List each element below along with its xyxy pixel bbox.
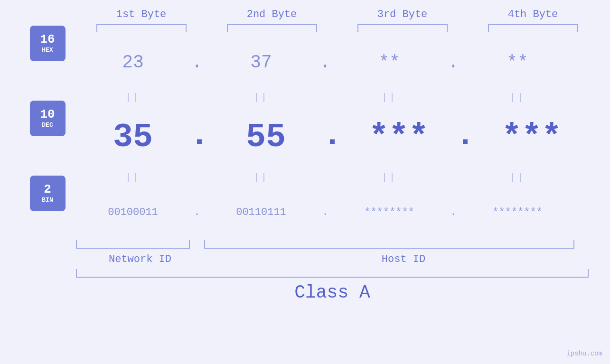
bracket2-line xyxy=(227,24,317,32)
hex-badge-number: 16 xyxy=(40,33,55,46)
bin-b1: 00100011 xyxy=(76,206,190,218)
hex-badge-label: HEX xyxy=(42,47,53,54)
dec-dot1: . xyxy=(190,117,209,158)
bin-dot1: . xyxy=(190,206,204,218)
main-container: 1st Byte 2nd Byte 3rd Byte 4th Byte xyxy=(0,0,610,364)
bracket1 xyxy=(76,22,206,34)
hex-dot3: . xyxy=(446,52,460,73)
byte2-header-col: 2nd Byte xyxy=(206,9,337,20)
bin-b2: 00110111 xyxy=(204,206,318,218)
id-labels: Network ID Host ID xyxy=(76,253,610,265)
equals-1-b4: || xyxy=(460,92,574,103)
byte2-label: 2nd Byte xyxy=(247,9,297,20)
hex-badge-wrapper: 16 HEX xyxy=(30,36,66,88)
bin-data-row: 00100011 . 00110111 . ******** . *******… xyxy=(76,186,610,238)
main-grid: 16 HEX 10 DEC 2 BIN xyxy=(0,36,610,303)
dec-badge-wrapper: 10 DEC xyxy=(30,106,66,168)
bin-badge-label: BIN xyxy=(42,196,53,204)
dec-b3: *** xyxy=(342,119,456,156)
bin-badge: 2 BIN xyxy=(30,176,66,211)
equals-1-b1: || xyxy=(76,92,190,103)
class-bracket xyxy=(76,269,589,278)
equals-2-b4: || xyxy=(460,172,574,183)
host-bracket xyxy=(204,240,574,249)
equals-2-b2: || xyxy=(204,172,318,183)
equals-row-2: || || || || xyxy=(76,168,610,186)
equals-1-b3: || xyxy=(332,92,446,103)
bottom-brackets xyxy=(76,240,610,251)
network-id-label: Network ID xyxy=(109,253,171,265)
bin-badge-wrapper: 2 BIN xyxy=(30,186,66,238)
byte1-header-col: 1st Byte xyxy=(76,9,206,20)
hex-badge: 16 HEX xyxy=(30,26,66,61)
bracket4-line xyxy=(488,24,578,32)
equals-row-1: || || || || xyxy=(76,88,610,106)
host-id-container: Host ID xyxy=(218,253,589,265)
bracket3 xyxy=(337,22,468,34)
host-id-label: Host ID xyxy=(382,253,425,265)
right-data: 23 . 37 . ** . ** || || || || 35 xyxy=(76,36,610,303)
hex-dot1: . xyxy=(190,52,204,73)
class-bracket-row xyxy=(76,269,610,280)
bin-dot2: . xyxy=(318,206,332,218)
bracket4 xyxy=(468,22,598,34)
hex-b1: 23 xyxy=(76,52,190,73)
hex-b2: 37 xyxy=(204,52,318,73)
class-a-label: Class A xyxy=(294,282,370,303)
class-label-row: Class A xyxy=(76,282,589,303)
byte3-label: 3rd Byte xyxy=(377,9,428,20)
dec-b1: 35 xyxy=(76,119,190,156)
byte4-label: 4th Byte xyxy=(508,9,558,20)
hex-dot2: . xyxy=(318,52,332,73)
bin-dot3: . xyxy=(446,206,460,218)
dec-b4: *** xyxy=(475,119,589,156)
bracket3-line xyxy=(357,24,448,32)
bin-b4: ******** xyxy=(460,206,574,218)
dec-badge-label: DEC xyxy=(42,121,53,129)
bin-badge-number: 2 xyxy=(44,183,51,196)
dec-data-row: 35 . 55 . *** . *** xyxy=(76,106,610,168)
byte3-header-col: 3rd Byte xyxy=(337,9,468,20)
network-id-container: Network ID xyxy=(76,253,204,265)
top-brackets-row xyxy=(0,22,610,34)
byte-headers: 1st Byte 2nd Byte 3rd Byte 4th Byte xyxy=(0,9,610,20)
equals-2-b1: || xyxy=(76,172,190,183)
bin-b3: ******** xyxy=(332,206,446,218)
dec-dot2: . xyxy=(323,117,342,158)
hex-data-row: 23 . 37 . ** . ** xyxy=(76,36,610,88)
equals-2-b3: || xyxy=(332,172,446,183)
equals-1-b2: || xyxy=(204,92,318,103)
dec-badge: 10 DEC xyxy=(30,101,66,136)
dec-b2: 55 xyxy=(209,119,323,156)
dec-badge-number: 10 xyxy=(40,108,55,121)
network-bracket xyxy=(76,240,190,249)
dec-dot3: . xyxy=(456,117,475,158)
byte4-header-col: 4th Byte xyxy=(468,9,598,20)
bracket2 xyxy=(206,22,337,34)
left-badges: 16 HEX 10 DEC 2 BIN xyxy=(19,36,76,303)
bracket1-line xyxy=(96,24,187,32)
byte1-label: 1st Byte xyxy=(116,9,167,20)
hex-b4: ** xyxy=(460,52,574,73)
watermark: ipshu.com xyxy=(566,350,602,357)
hex-b3: ** xyxy=(332,52,446,73)
